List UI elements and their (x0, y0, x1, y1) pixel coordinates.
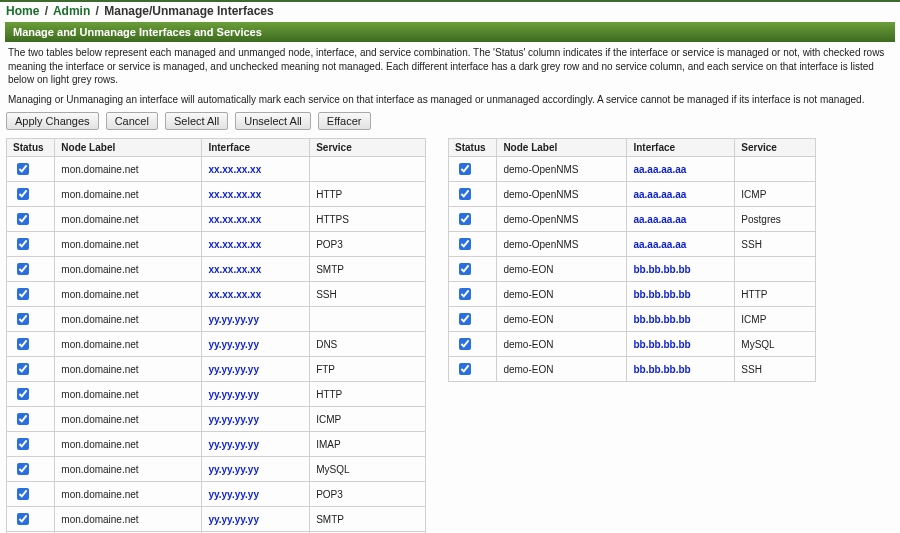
node-cell: demo-OpenNMS (497, 157, 627, 182)
status-checkbox[interactable] (17, 438, 29, 450)
node-cell: mon.domaine.net (55, 357, 202, 382)
interface-cell[interactable]: aa.aa.aa.aa (627, 207, 735, 232)
status-cell (7, 357, 55, 382)
table-row: demo-EONbb.bb.bb.bbHTTP (449, 282, 816, 307)
interface-cell[interactable]: xx.xx.xx.xx (202, 207, 310, 232)
interface-cell[interactable]: bb.bb.bb.bb (627, 307, 735, 332)
effacer-button[interactable]: Effacer (318, 112, 371, 130)
cancel-button[interactable]: Cancel (106, 112, 158, 130)
status-checkbox[interactable] (17, 313, 29, 325)
interface-cell[interactable]: xx.xx.xx.xx (202, 182, 310, 207)
status-checkbox[interactable] (17, 213, 29, 225)
node-cell: mon.domaine.net (55, 307, 202, 332)
status-checkbox[interactable] (459, 163, 471, 175)
table-row: mon.domaine.netxx.xx.xx.xxHTTPS (7, 207, 426, 232)
interface-cell[interactable]: yy.yy.yy.yy (202, 482, 310, 507)
status-checkbox[interactable] (459, 313, 471, 325)
status-cell (7, 407, 55, 432)
interface-cell[interactable]: bb.bb.bb.bb (627, 357, 735, 382)
status-checkbox[interactable] (17, 388, 29, 400)
status-checkbox[interactable] (459, 363, 471, 375)
service-cell: SMTP (310, 257, 426, 282)
status-cell (7, 207, 55, 232)
status-checkbox[interactable] (17, 463, 29, 475)
service-cell: HTTP (310, 382, 426, 407)
node-cell: demo-EON (497, 282, 627, 307)
status-checkbox[interactable] (17, 238, 29, 250)
interface-cell[interactable]: yy.yy.yy.yy (202, 332, 310, 357)
col-status: Status (449, 139, 497, 157)
interface-cell[interactable]: yy.yy.yy.yy (202, 407, 310, 432)
unselect-all-button[interactable]: Unselect All (235, 112, 310, 130)
status-cell (7, 282, 55, 307)
status-checkbox[interactable] (17, 338, 29, 350)
breadcrumb-home[interactable]: Home (6, 4, 39, 18)
status-checkbox[interactable] (459, 288, 471, 300)
status-checkbox[interactable] (17, 263, 29, 275)
status-checkbox[interactable] (17, 363, 29, 375)
node-cell: mon.domaine.net (55, 157, 202, 182)
interface-cell[interactable]: aa.aa.aa.aa (627, 182, 735, 207)
table-row: mon.domaine.netyy.yy.yy.yyPOP3 (7, 482, 426, 507)
service-cell: POP3 (310, 482, 426, 507)
status-checkbox[interactable] (459, 213, 471, 225)
apply-changes-button[interactable]: Apply Changes (6, 112, 99, 130)
interface-cell[interactable]: xx.xx.xx.xx (202, 257, 310, 282)
interface-cell[interactable]: aa.aa.aa.aa (627, 232, 735, 257)
interface-cell[interactable]: xx.xx.xx.xx (202, 282, 310, 307)
status-cell (449, 282, 497, 307)
node-cell: mon.domaine.net (55, 507, 202, 532)
breadcrumb-admin[interactable]: Admin (53, 4, 90, 18)
status-checkbox[interactable] (459, 188, 471, 200)
service-cell (735, 157, 816, 182)
interface-cell[interactable]: yy.yy.yy.yy (202, 507, 310, 532)
col-node: Node Label (55, 139, 202, 157)
status-checkbox[interactable] (17, 413, 29, 425)
status-checkbox[interactable] (459, 338, 471, 350)
select-all-button[interactable]: Select All (165, 112, 228, 130)
status-cell (7, 382, 55, 407)
node-cell: mon.domaine.net (55, 182, 202, 207)
table-row: mon.domaine.netyy.yy.yy.yyFTP (7, 357, 426, 382)
col-node: Node Label (497, 139, 627, 157)
table-row: mon.domaine.netyy.yy.yy.yySMTP (7, 507, 426, 532)
description-p1: The two tables below represent each mana… (0, 42, 900, 89)
interface-cell[interactable]: bb.bb.bb.bb (627, 257, 735, 282)
interface-cell[interactable]: yy.yy.yy.yy (202, 382, 310, 407)
status-checkbox[interactable] (459, 263, 471, 275)
status-checkbox[interactable] (17, 188, 29, 200)
status-checkbox[interactable] (17, 288, 29, 300)
service-cell: Postgres (735, 207, 816, 232)
col-service: Service (735, 139, 816, 157)
service-cell: FTP (310, 357, 426, 382)
table-row: mon.domaine.netxx.xx.xx.xxPOP3 (7, 232, 426, 257)
table-row: demo-OpenNMSaa.aa.aa.aaSSH (449, 232, 816, 257)
status-checkbox[interactable] (17, 488, 29, 500)
button-row: Apply Changes Cancel Select All Unselect… (0, 108, 900, 138)
status-cell (7, 457, 55, 482)
node-cell: mon.domaine.net (55, 207, 202, 232)
interface-cell[interactable]: yy.yy.yy.yy (202, 432, 310, 457)
table-row: mon.domaine.netyy.yy.yy.yyMySQL (7, 457, 426, 482)
col-interface: Interface (627, 139, 735, 157)
description-p2: Managing or Unmanaging an interface will… (0, 89, 900, 109)
service-cell: MySQL (310, 457, 426, 482)
interface-cell[interactable]: yy.yy.yy.yy (202, 457, 310, 482)
interface-cell[interactable]: aa.aa.aa.aa (627, 157, 735, 182)
status-cell (7, 232, 55, 257)
interface-cell[interactable]: bb.bb.bb.bb (627, 332, 735, 357)
status-checkbox[interactable] (17, 513, 29, 525)
interface-cell[interactable]: bb.bb.bb.bb (627, 282, 735, 307)
interface-cell[interactable]: xx.xx.xx.xx (202, 157, 310, 182)
status-checkbox[interactable] (17, 163, 29, 175)
interface-cell[interactable]: xx.xx.xx.xx (202, 232, 310, 257)
interface-cell[interactable]: yy.yy.yy.yy (202, 307, 310, 332)
breadcrumb: Home / Admin / Manage/Unmanage Interface… (0, 2, 900, 20)
node-cell: mon.domaine.net (55, 382, 202, 407)
service-cell: ICMP (735, 307, 816, 332)
service-cell: ICMP (735, 182, 816, 207)
interface-cell[interactable]: yy.yy.yy.yy (202, 357, 310, 382)
node-cell: demo-OpenNMS (497, 207, 627, 232)
status-checkbox[interactable] (459, 238, 471, 250)
status-cell (449, 207, 497, 232)
